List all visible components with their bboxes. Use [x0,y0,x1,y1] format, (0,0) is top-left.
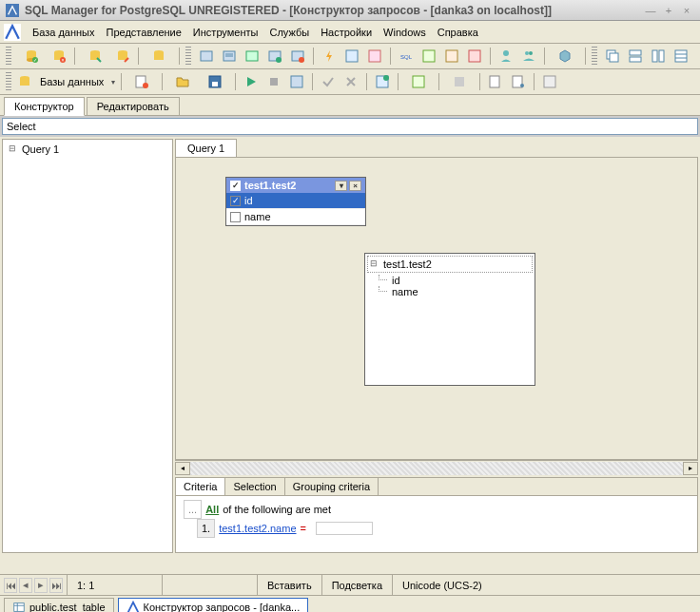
table-window-menu-icon[interactable]: ▾ [335,181,347,191]
db-action-button[interactable] [145,47,173,66]
tool-7[interactable] [365,47,384,66]
task-item-table[interactable]: public.test_table [4,598,114,613]
popup-item-id[interactable]: id [365,275,535,286]
nav-prev-icon[interactable]: ◂ [19,578,32,593]
criteria-all-link[interactable]: All [205,501,219,518]
win-cascade-button[interactable] [603,47,622,66]
tool-2[interactable] [220,47,239,66]
menu-tools[interactable]: Инструменты [187,24,264,41]
tree-item-query[interactable]: Query 1 [5,142,170,157]
criteria-tab-selection[interactable]: Selection [225,478,284,495]
db-disconnect-button[interactable] [113,47,132,66]
db-connect-button[interactable] [81,47,109,66]
toolbar-grip-3[interactable] [592,47,597,66]
svg-text:✓: ✓ [33,57,37,63]
criteria-row-num[interactable]: 1. [197,519,215,538]
menu-help[interactable]: Справка [432,24,484,41]
tool-3[interactable] [243,47,262,66]
tool-users[interactable] [519,47,538,66]
tool-8[interactable] [419,47,438,66]
nav-last-icon[interactable]: ⏭ [49,578,63,593]
q-open-button[interactable] [168,72,197,91]
criteria-field[interactable]: test1.test2.name [219,520,296,537]
q-tool-4[interactable] [404,72,433,91]
win-tile-v-button[interactable] [649,47,668,66]
q-tool-6[interactable] [486,72,505,91]
table-col-id-label: id [244,195,253,206]
tool-sql[interactable]: SQL [397,47,416,66]
q-tool-5[interactable] [445,72,474,91]
q-tool-7[interactable] [509,72,528,91]
q-stop-button[interactable] [264,72,283,91]
menu-settings[interactable]: Настройки [315,24,378,41]
menu-windows[interactable]: Windows [378,24,432,41]
query-tree[interactable]: Query 1 [3,140,172,552]
table-col-name[interactable]: name [226,209,365,225]
q-tool-1[interactable] [127,72,156,91]
q-tool-2[interactable] [287,72,306,91]
toolbar-grip[interactable] [6,47,11,66]
q-cancel-button[interactable] [341,72,360,91]
win-tile-h-button[interactable] [626,47,645,66]
scroll-right-icon[interactable]: ▸ [683,462,698,475]
tool-6[interactable] [342,47,361,66]
toolbar-grip-4[interactable] [6,72,11,91]
q-run-button[interactable] [242,72,261,91]
menu-services[interactable]: Службы [263,24,315,41]
table-window[interactable]: ✓ test1.test2 ▾ × ✓ id name [225,177,366,226]
table-col-id-check[interactable]: ✓ [230,196,241,206]
q-tool-8[interactable] [540,72,559,91]
toolbar-grip-2[interactable] [185,47,191,66]
tool-9[interactable] [442,47,461,66]
win-list-button[interactable] [671,47,690,66]
minimize-button[interactable]: — [643,4,658,17]
criteria-add-icon[interactable]: ... [184,500,202,519]
svg-rect-47 [291,76,302,87]
db-remove-button[interactable]: × [49,47,68,66]
databases-label[interactable]: Базы данных [36,76,107,87]
criteria-operator[interactable]: = [301,520,306,537]
tool-10[interactable] [465,47,484,66]
menu-view[interactable]: Представление [101,24,187,41]
table-window-close-icon[interactable]: × [349,181,361,191]
table-window-select-all[interactable]: ✓ [230,181,241,191]
app-icon [6,4,19,17]
scroll-left-icon[interactable]: ◂ [175,462,190,475]
databases-dropdown-icon[interactable]: ▾ [111,78,115,86]
tool-user[interactable] [496,47,515,66]
tool-cube[interactable] [551,47,579,66]
criteria-tab-criteria[interactable]: Criteria [176,478,225,495]
task-item-constructor[interactable]: Конструктор запросов - [danka... [118,598,309,613]
table-window-header[interactable]: ✓ test1.test2 ▾ × [226,178,365,193]
tab-edit[interactable]: Редактировать [87,97,180,115]
select-clause[interactable]: Select [2,118,698,135]
popup-root[interactable]: test1.test2 [367,256,533,273]
q-tool-3[interactable] [373,72,392,91]
toolbar-main: ✓ × SQL [0,44,700,69]
tool-4[interactable] [265,47,284,66]
nav-next-icon[interactable]: ▸ [34,578,48,593]
tab-constructor[interactable]: Конструктор [4,97,85,116]
canvas-hscroll[interactable]: ◂ ▸ [175,460,698,475]
menu-database[interactable]: База данных [27,24,101,41]
tool-1[interactable] [197,47,216,66]
table-col-name-check[interactable] [230,212,241,222]
criteria-tab-grouping[interactable]: Grouping criteria [285,478,379,495]
table-col-id[interactable]: ✓ id [226,193,365,209]
svg-rect-25 [369,50,380,62]
nav-first-icon[interactable]: ⏮ [4,578,17,593]
svg-rect-29 [469,50,480,62]
designer-canvas[interactable]: ✓ test1.test2 ▾ × ✓ id name test1.test2 … [175,157,698,460]
q-save-button[interactable] [201,72,229,91]
subtab-query1[interactable]: Query 1 [175,139,237,157]
db-new-button[interactable]: ✓ [17,47,46,66]
scroll-track[interactable] [190,462,683,475]
q-check-button[interactable] [319,72,338,91]
criteria-value-input[interactable] [316,522,373,535]
popup-item-name[interactable]: name [365,286,535,297]
close-button[interactable]: × [679,4,694,17]
field-picker-popup[interactable]: test1.test2 id name [364,253,535,386]
maximize-button[interactable]: + [661,4,676,17]
tool-5[interactable] [288,47,307,66]
tool-bolt[interactable] [320,47,339,66]
